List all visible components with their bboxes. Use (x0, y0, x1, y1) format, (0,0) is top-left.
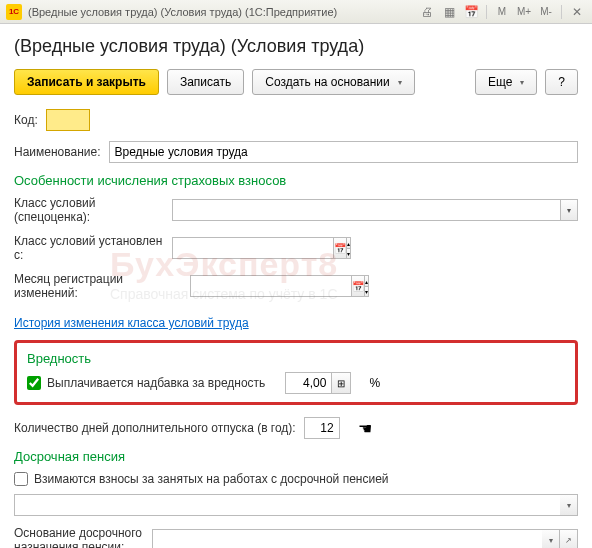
pension-checkbox-label: Взимаются взносы за занятых на работах с… (34, 472, 389, 486)
m-plus-icon[interactable]: M+ (515, 3, 533, 21)
history-link[interactable]: История изменения класса условий труда (14, 316, 249, 330)
window-title: (Вредные условия труда) (Условия труда) … (28, 6, 418, 18)
harm-calc-icon[interactable]: ⊞ (331, 372, 351, 394)
vacation-label: Количество дней дополнительного отпуска … (14, 421, 296, 435)
code-input[interactable] (46, 109, 90, 131)
harm-pct-label: % (369, 376, 380, 390)
class-date-down-icon[interactable]: ▾ (346, 248, 351, 259)
help-button[interactable]: ? (545, 69, 578, 95)
harm-checkbox[interactable] (27, 376, 41, 390)
create-based-button[interactable]: Создать на основании (252, 69, 415, 95)
m-icon[interactable]: M (493, 3, 511, 21)
toolbar: Записать и закрыть Записать Создать на о… (14, 69, 578, 95)
pension-basis-dropdown-btn[interactable]: ▾ (542, 529, 560, 548)
page-title: (Вредные условия труда) (Условия труда) (14, 36, 578, 57)
harm-value-input[interactable] (285, 372, 331, 394)
save-button[interactable]: Записать (167, 69, 244, 95)
class-label: Класс условий (спецоценка): (14, 196, 164, 224)
vacation-input[interactable] (304, 417, 340, 439)
pension-section-header: Досрочная пенсия (14, 449, 578, 464)
class-date-label: Класс условий установлен с: (14, 234, 164, 262)
pension-basis-open-btn[interactable]: ↗ (560, 529, 578, 548)
pension-basis-input[interactable] (152, 529, 542, 548)
print-icon[interactable]: 🖨 (418, 3, 436, 21)
app-logo-icon: 1C (6, 4, 22, 20)
class-input[interactable] (172, 199, 560, 221)
separator (561, 5, 562, 19)
harm-section-header: Вредность (27, 351, 565, 366)
m-minus-icon[interactable]: M- (537, 3, 555, 21)
reg-month-calendar-icon[interactable]: 📅 (351, 275, 364, 297)
class-date-calendar-icon[interactable]: 📅 (333, 237, 346, 259)
save-close-button[interactable]: Записать и закрыть (14, 69, 159, 95)
reg-month-label: Месяц регистрации изменений: (14, 272, 182, 300)
window-titlebar: 1C (Вредные условия труда) (Условия труд… (0, 0, 592, 24)
calendar-icon[interactable]: 📅 (462, 3, 480, 21)
reg-month-up-icon[interactable]: ▴ (364, 275, 369, 286)
name-label: Наименование: (14, 145, 101, 159)
class-dropdown-btn[interactable]: ▾ (560, 199, 578, 221)
pension-dropdown-input[interactable] (14, 494, 560, 516)
pension-basis-label: Основание досрочного назначения пенсии: (14, 526, 144, 548)
reg-month-down-icon[interactable]: ▾ (364, 286, 369, 297)
class-date-input[interactable] (172, 237, 333, 259)
name-input[interactable] (109, 141, 578, 163)
close-icon[interactable]: ✕ (568, 3, 586, 21)
insurance-section-header: Особенности исчисления страховых взносов (14, 173, 578, 188)
class-date-up-icon[interactable]: ▴ (346, 237, 351, 248)
pension-dropdown-btn[interactable]: ▾ (560, 494, 578, 516)
reg-month-input[interactable] (190, 275, 351, 297)
more-button[interactable]: Еще (475, 69, 537, 95)
separator (486, 5, 487, 19)
hand-pointer-icon: ☚ (358, 419, 372, 438)
code-label: Код: (14, 113, 38, 127)
harm-checkbox-label: Выплачивается надбавка за вредность (47, 376, 265, 390)
pension-checkbox[interactable] (14, 472, 28, 486)
harm-highlight-box: Вредность Выплачивается надбавка за вред… (14, 340, 578, 405)
grid-icon[interactable]: ▦ (440, 3, 458, 21)
